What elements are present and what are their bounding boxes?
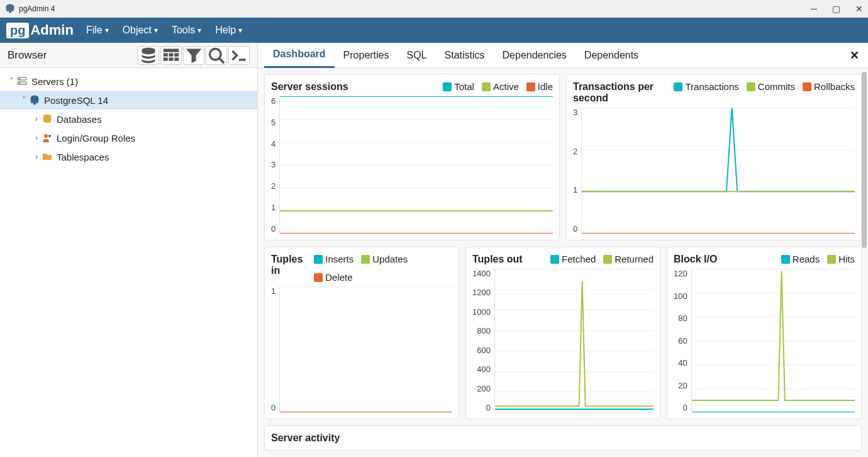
legend-reads[interactable]: Reads [781,254,820,264]
roles-icon [42,132,53,144]
caret-right-icon: › [31,152,42,161]
caret-down-icon: ˅ [19,96,29,104]
swatch-icon [526,82,535,91]
menu-label: File [86,25,103,36]
tab-dependents[interactable]: Dependents [576,43,647,68]
legend-transactions[interactable]: Transactions [674,81,738,92]
chart-tuples-out: Tuples out Fetched Returned 140012001000… [465,247,660,419]
query-tool-icon[interactable] [138,46,159,65]
swatch-icon [781,255,790,264]
chart-tuples-in: Tuples in Inserts Updates Delete 10 [264,247,459,419]
legend-active[interactable]: Active [482,81,519,92]
legend-idle[interactable]: Idle [526,81,553,92]
chart-plot: 10 [271,286,452,412]
menu-help[interactable]: Help▾ [215,25,242,36]
tree-label: Login/Group Roles [57,133,135,144]
svg-point-3 [19,78,20,79]
close-icon[interactable]: ✕ [855,4,863,14]
menu-label: Help [215,25,236,36]
chart-block-io: Block I/O Reads Hits 120100806040200 [667,247,862,419]
menubar: pg Admin File▾ Object▾ Tools▾ Help▾ [0,18,868,43]
tab-dashboard[interactable]: Dashboard [264,43,335,68]
legend-fetched[interactable]: Fetched [550,254,596,264]
legend-delete[interactable]: Delete [314,272,352,283]
servers-icon [16,76,28,87]
view-data-icon[interactable] [160,46,182,65]
chart-plot: 120100806040200 [674,269,855,412]
legend-rollbacks[interactable]: Rollbacks [803,81,855,92]
elephant-icon [5,4,15,14]
legend-commits[interactable]: Commits [747,81,795,92]
minimize-icon[interactable]: ─ [811,4,817,14]
tree-databases[interactable]: › Databases [0,110,257,128]
filter-icon[interactable] [183,46,204,65]
swatch-icon [314,273,323,282]
svg-point-6 [44,134,48,138]
swatch-icon [482,82,491,91]
chart-plot: 3210 [573,108,855,234]
chevron-down-icon: ▾ [238,26,242,35]
scrollbar[interactable] [862,72,867,248]
swatch-icon [603,255,612,264]
logo: pg Admin [6,22,74,38]
tab-sql[interactable]: SQL [398,43,436,68]
tree-label: Tablespaces [57,152,109,162]
legend: Reads Hits [781,254,855,264]
legend-inserts[interactable]: Inserts [314,254,353,264]
tab-label: SQL [407,50,427,61]
legend-updates[interactable]: Updates [361,254,408,264]
search-icon[interactable] [206,46,227,65]
legend: Total Active Idle [443,81,553,92]
legend-returned[interactable]: Returned [603,254,654,264]
menu-label: Object [123,25,152,36]
chart-title: Tuples out [472,254,523,265]
swatch-icon [443,82,452,91]
window-title: pgAdmin 4 [19,4,55,13]
menu-label: Tools [172,25,195,36]
logo-pg: pg [6,23,29,38]
chevron-down-icon: ▾ [154,26,158,35]
tab-label: Properties [343,50,389,61]
tab-close-icon[interactable]: ✕ [850,48,859,62]
tree-servers[interactable]: ˅ Servers (1) [0,72,257,91]
chart-plot: 6543210 [271,96,553,234]
card-title: Server activity [271,432,340,444]
tree-server-postgresql[interactable]: ˅ PostgreSQL 14 [0,91,257,110]
swatch-icon [803,82,811,91]
chart-sessions: Server sessions Total Active Idle 654321… [264,74,560,240]
legend-hits[interactable]: Hits [827,254,855,264]
logo-admin: Admin [30,22,73,38]
caret-down-icon: ˅ [6,77,16,86]
titlebar: pgAdmin 4 ─ ▢ ✕ [0,0,868,18]
tree-label: PostgreSQL 14 [44,95,108,106]
caret-right-icon: › [31,115,42,123]
tab-statistics[interactable]: Statistics [436,43,494,68]
tree-login-roles[interactable]: › Login/Group Roles [0,128,257,147]
menu-tools[interactable]: Tools▾ [172,25,201,36]
maximize-icon[interactable]: ▢ [832,4,840,14]
swatch-icon [314,255,323,264]
database-icon [42,113,53,125]
swatch-icon [747,82,755,91]
swatch-icon [361,255,370,264]
chart-title: Server sessions [271,81,348,93]
tab-label: Dependents [584,50,638,61]
caret-right-icon: › [31,133,42,142]
legend: Transactions Commits Rollbacks [674,81,855,92]
chart-plot: 1400120010008006004002000 [472,269,654,412]
chevron-down-icon: ▾ [198,26,201,35]
tree-tablespaces[interactable]: › Tablespaces [0,147,257,166]
legend: Inserts Updates Delete [314,254,452,283]
menu-file[interactable]: File▾ [86,25,109,36]
tree-label: Servers (1) [31,76,78,87]
tab-label: Statistics [445,50,485,61]
psql-icon[interactable] [228,46,250,65]
chevron-down-icon: ▾ [105,26,109,35]
chart-tps: Transactions per second Transactions Com… [566,74,862,240]
tab-properties[interactable]: Properties [335,43,398,68]
tabbar: Dashboard Properties SQL Statistics Depe… [258,43,868,68]
svg-point-7 [48,135,51,137]
tab-dependencies[interactable]: Dependencies [494,43,576,68]
legend-total[interactable]: Total [443,81,474,92]
menu-object[interactable]: Object▾ [123,25,158,36]
